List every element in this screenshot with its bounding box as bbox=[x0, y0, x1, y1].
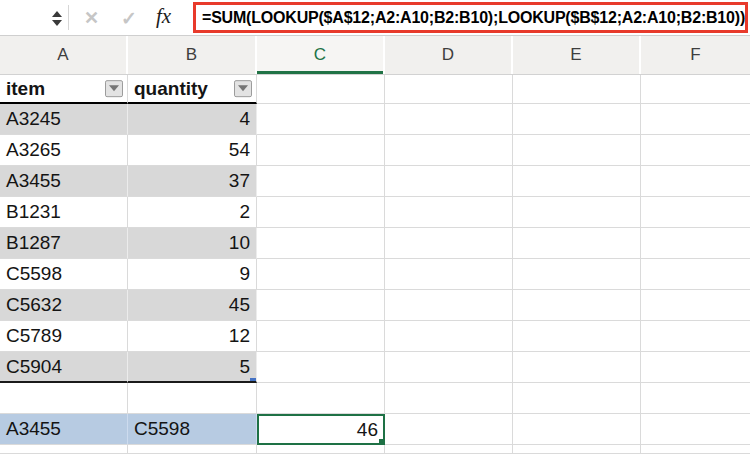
cell-b3[interactable]: 54 bbox=[128, 135, 257, 166]
confirm-icon[interactable]: ✓ bbox=[121, 7, 137, 30]
cell-e7[interactable] bbox=[513, 259, 641, 290]
filter-dropdown-button-quantity[interactable] bbox=[234, 80, 252, 97]
cell-b11[interactable] bbox=[128, 383, 257, 414]
filter-arrow-icon bbox=[109, 85, 119, 91]
cell-a6[interactable]: B1287 bbox=[0, 228, 128, 259]
cell-d3[interactable] bbox=[385, 135, 513, 166]
insert-function-icon[interactable]: fx bbox=[156, 4, 171, 29]
cell-a1-item-header[interactable]: item bbox=[0, 75, 128, 104]
cell-d11[interactable] bbox=[385, 383, 513, 414]
spinner-down-icon bbox=[52, 20, 62, 26]
cell-e9[interactable] bbox=[513, 321, 641, 352]
column-header-bar: A B C D E F bbox=[0, 36, 750, 75]
cell-f3[interactable] bbox=[641, 135, 750, 166]
cell-a5[interactable]: B1231 bbox=[0, 197, 128, 228]
cell-f1[interactable] bbox=[641, 75, 750, 104]
cell-e8[interactable] bbox=[513, 290, 641, 321]
cell-e11[interactable] bbox=[513, 383, 641, 414]
cell-c5[interactable] bbox=[257, 197, 385, 228]
cell-e3[interactable] bbox=[513, 135, 641, 166]
cell-f4[interactable] bbox=[641, 166, 750, 197]
cell-e1[interactable] bbox=[513, 75, 641, 104]
cell-e12[interactable] bbox=[513, 414, 641, 445]
cell-c12-selected-result[interactable]: 46 bbox=[257, 414, 385, 445]
cell-b2[interactable]: 4 bbox=[128, 104, 257, 135]
cell-b12-lookup-quantity[interactable]: C5598 bbox=[128, 414, 257, 445]
cell-b9[interactable]: 12 bbox=[128, 321, 257, 352]
sheet-row-13 bbox=[0, 445, 750, 454]
cell-a12-lookup-item[interactable]: A3455 bbox=[0, 414, 128, 445]
cell-d10[interactable] bbox=[385, 352, 513, 383]
cell-f5[interactable] bbox=[641, 197, 750, 228]
cell-f7[interactable] bbox=[641, 259, 750, 290]
cell-d6[interactable] bbox=[385, 228, 513, 259]
name-box-spinner[interactable] bbox=[50, 5, 64, 31]
cell-a3[interactable]: A3265 bbox=[0, 135, 128, 166]
cell-f12[interactable] bbox=[641, 414, 750, 445]
cell-c8[interactable] bbox=[257, 290, 385, 321]
cell-c2[interactable] bbox=[257, 104, 385, 135]
cell-b1-quantity-header[interactable]: quantity bbox=[128, 75, 257, 104]
cell-f13[interactable] bbox=[641, 445, 750, 454]
cell-a9[interactable]: C5789 bbox=[0, 321, 128, 352]
cell-e5[interactable] bbox=[513, 197, 641, 228]
cell-e2[interactable] bbox=[513, 104, 641, 135]
cell-c7[interactable] bbox=[257, 259, 385, 290]
column-header-a[interactable]: A bbox=[0, 36, 128, 74]
cell-a4[interactable]: A3455 bbox=[0, 166, 128, 197]
filter-dropdown-button-item[interactable] bbox=[105, 80, 123, 97]
cell-a7[interactable]: C5598 bbox=[0, 259, 128, 290]
formula-input[interactable]: =SUM(LOOKUP($A$12;A2:A10;B2:B10);LOOKUP(… bbox=[193, 2, 748, 33]
cell-f8[interactable] bbox=[641, 290, 750, 321]
sheet-row-3: A3265 54 bbox=[0, 135, 750, 166]
cell-d1[interactable] bbox=[385, 75, 513, 104]
column-header-d[interactable]: D bbox=[385, 36, 513, 74]
sheet-row-6: B1287 10 bbox=[0, 228, 750, 259]
cell-f9[interactable] bbox=[641, 321, 750, 352]
cell-f11[interactable] bbox=[641, 383, 750, 414]
cell-d2[interactable] bbox=[385, 104, 513, 135]
cell-f6[interactable] bbox=[641, 228, 750, 259]
column-header-e[interactable]: E bbox=[513, 36, 641, 74]
cell-d12[interactable] bbox=[385, 414, 513, 445]
column-header-f[interactable]: F bbox=[641, 36, 750, 74]
column-header-c-selected[interactable]: C bbox=[257, 36, 385, 74]
cell-c9[interactable] bbox=[257, 321, 385, 352]
cell-c1[interactable] bbox=[257, 75, 385, 104]
cell-c10[interactable] bbox=[257, 352, 385, 383]
sheet-row-10: C5904 5 bbox=[0, 352, 750, 383]
cell-f2[interactable] bbox=[641, 104, 750, 135]
cell-d9[interactable] bbox=[385, 321, 513, 352]
cell-e6[interactable] bbox=[513, 228, 641, 259]
cell-a2[interactable]: A3245 bbox=[0, 104, 128, 135]
cell-b13[interactable] bbox=[128, 445, 257, 454]
cell-d13[interactable] bbox=[385, 445, 513, 454]
cancel-icon[interactable]: ✕ bbox=[84, 7, 99, 29]
cell-b4[interactable]: 37 bbox=[128, 166, 257, 197]
cell-c13[interactable] bbox=[257, 445, 385, 454]
cell-c4[interactable] bbox=[257, 166, 385, 197]
cell-a11[interactable] bbox=[0, 383, 128, 414]
cell-a10[interactable]: C5904 bbox=[0, 352, 128, 383]
cell-e4[interactable] bbox=[513, 166, 641, 197]
cell-b6[interactable]: 10 bbox=[128, 228, 257, 259]
cell-b7[interactable]: 9 bbox=[128, 259, 257, 290]
cell-d7[interactable] bbox=[385, 259, 513, 290]
cell-d4[interactable] bbox=[385, 166, 513, 197]
cell-f10[interactable] bbox=[641, 352, 750, 383]
cell-e13[interactable] bbox=[513, 445, 641, 454]
cell-c3[interactable] bbox=[257, 135, 385, 166]
cell-e10[interactable] bbox=[513, 352, 641, 383]
cell-c11[interactable] bbox=[257, 383, 385, 414]
cell-a8[interactable]: C5632 bbox=[0, 290, 128, 321]
cell-b10[interactable]: 5 bbox=[128, 352, 257, 383]
cell-d5[interactable] bbox=[385, 197, 513, 228]
cell-b8[interactable]: 45 bbox=[128, 290, 257, 321]
filter-arrow-icon bbox=[238, 85, 248, 91]
cell-b5[interactable]: 2 bbox=[128, 197, 257, 228]
cell-a13[interactable] bbox=[0, 445, 128, 454]
spreadsheet-app: ✕ ✓ fx =SUM(LOOKUP($A$12;A2:A10;B2:B10);… bbox=[0, 0, 750, 454]
cell-d8[interactable] bbox=[385, 290, 513, 321]
cell-c6[interactable] bbox=[257, 228, 385, 259]
column-header-b[interactable]: B bbox=[128, 36, 257, 74]
